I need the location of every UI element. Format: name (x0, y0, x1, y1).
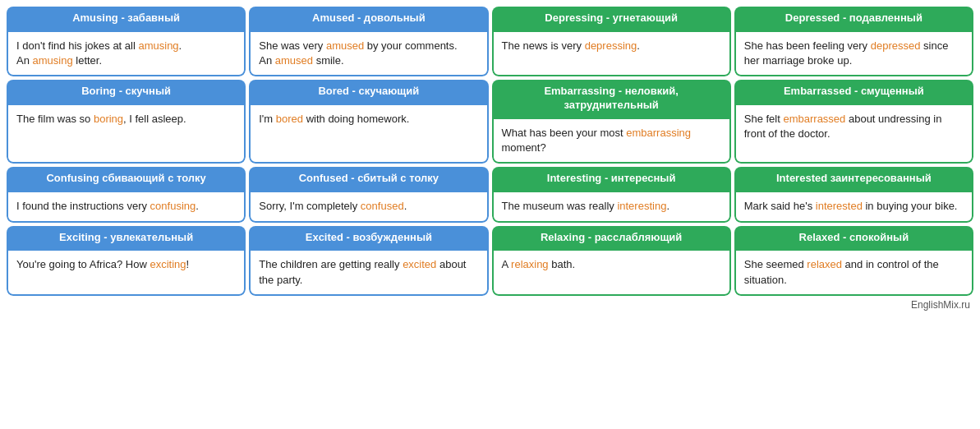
cell-body-confused: Sorry, I'm completely confused. (249, 191, 488, 222)
cell-depressed: Depressed - подавленныйShe has been feel… (734, 7, 973, 76)
highlight-word: embarrassed (783, 113, 845, 125)
cell-depressing: Depressing - угнетающийThe news is very … (492, 7, 731, 76)
cell-header-depressing: Depressing - угнетающий (492, 7, 731, 30)
cell-amused: Amused - довольныйShe was very amused by… (249, 7, 488, 76)
cell-header-depressed: Depressed - подавленный (734, 7, 973, 30)
cell-excited: Excited - возбужденныйThe children are g… (249, 226, 488, 296)
cell-body-relaxed: She seemed relaxed and in control of the… (734, 249, 973, 295)
highlight-word: depressed (871, 39, 921, 52)
highlight-word: exciting (150, 258, 186, 270)
highlight-word: excited (403, 258, 436, 270)
cell-body-excited: The children are getting really excited … (249, 249, 488, 295)
highlight-word: depressing (585, 39, 637, 52)
cell-header-embarrassing: Embarrassing - неловкий, затруднительный (492, 80, 731, 118)
cell-header-boring: Boring - скучный (7, 80, 246, 104)
cell-interesting: Interesting - интересныйThe museum was r… (492, 167, 731, 222)
cell-body-depressing: The news is very depressing. (492, 30, 731, 76)
cell-header-bored: Bored - скучающий (249, 80, 488, 104)
cell-relaxed: Relaxed - спокойныйShe seemed relaxed an… (734, 226, 973, 296)
cell-body-amused: She was very amused by your comments.An … (249, 30, 488, 76)
cell-embarrassed: Embarrassed - смущенныйShe felt embarras… (734, 80, 973, 164)
cell-bored: Bored - скучающийI'm bored with doing ho… (249, 80, 488, 164)
cell-body-interested: Mark said he's interested in buying your… (734, 191, 973, 222)
highlight-word: boring (94, 113, 123, 125)
cell-confusing: Confusing сбивающий с толкуI found the i… (7, 167, 246, 222)
cell-header-amused: Amused - довольный (249, 7, 488, 30)
cell-header-amusing: Amusing - забавный (7, 7, 246, 30)
cell-header-exciting: Exciting - увлекательный (7, 226, 246, 250)
highlight-word: bored (276, 113, 303, 125)
highlight-word: amusing (138, 39, 178, 52)
cell-body-boring: The film was so boring, I fell asleep. (7, 104, 246, 164)
cell-confused: Confused - сбитый с толкуSorry, I'm comp… (249, 167, 488, 222)
cell-amusing: Amusing - забавныйI don't find his jokes… (7, 7, 246, 76)
highlight-word: amused (275, 54, 313, 67)
cell-exciting: Exciting - увлекательныйYou're going to … (7, 226, 246, 296)
cell-header-embarrassed: Embarrassed - смущенный (734, 80, 973, 104)
cell-header-interested: Interested заинтересованный (734, 167, 973, 191)
cell-body-embarrassing: What has been your most embarrassing mom… (492, 118, 731, 164)
cell-boring: Boring - скучныйThe film was so boring, … (7, 80, 246, 164)
highlight-word: embarrassing (626, 127, 691, 139)
cell-relaxing: Relaxing - расслабляющийA relaxing bath. (492, 226, 731, 296)
cell-body-embarrassed: She felt embarrassed about undressing in… (734, 104, 973, 164)
footer-text: EnglishMix.ru (7, 299, 973, 311)
highlight-word: amused (326, 39, 364, 52)
cell-body-depressed: She has been feeling very depressed sinc… (734, 30, 973, 76)
cell-header-confused: Confused - сбитый с толку (249, 167, 488, 191)
highlight-word: confusing (150, 200, 196, 212)
cell-header-relaxing: Relaxing - расслабляющий (492, 226, 731, 250)
cell-body-amusing: I don't find his jokes at all amusing.An… (7, 30, 246, 76)
cell-body-relaxing: A relaxing bath. (492, 249, 731, 295)
cell-header-confusing: Confusing сбивающий с толку (7, 167, 246, 191)
cell-header-interesting: Interesting - интересный (492, 167, 731, 191)
highlight-word: interesting (617, 200, 666, 212)
highlight-word: relaxed (807, 258, 842, 270)
vocabulary-grid: Amusing - забавныйI don't find his jokes… (7, 7, 973, 296)
cell-body-bored: I'm bored with doing homework. (249, 104, 488, 164)
cell-body-confusing: I found the instructions very confusing. (7, 191, 246, 222)
cell-header-excited: Excited - возбужденный (249, 226, 488, 250)
highlight-word: amusing (33, 54, 73, 67)
cell-interested: Interested заинтересованныйMark said he'… (734, 167, 973, 222)
cell-header-relaxed: Relaxed - спокойный (734, 226, 973, 250)
cell-body-exciting: You're going to Africa? How exciting! (7, 249, 246, 295)
highlight-word: confused (361, 200, 404, 212)
cell-embarrassing: Embarrassing - неловкий, затруднительный… (492, 80, 731, 164)
cell-body-interesting: The museum was really interesting. (492, 191, 731, 222)
highlight-word: relaxing (511, 258, 549, 270)
highlight-word: interested (816, 200, 863, 212)
